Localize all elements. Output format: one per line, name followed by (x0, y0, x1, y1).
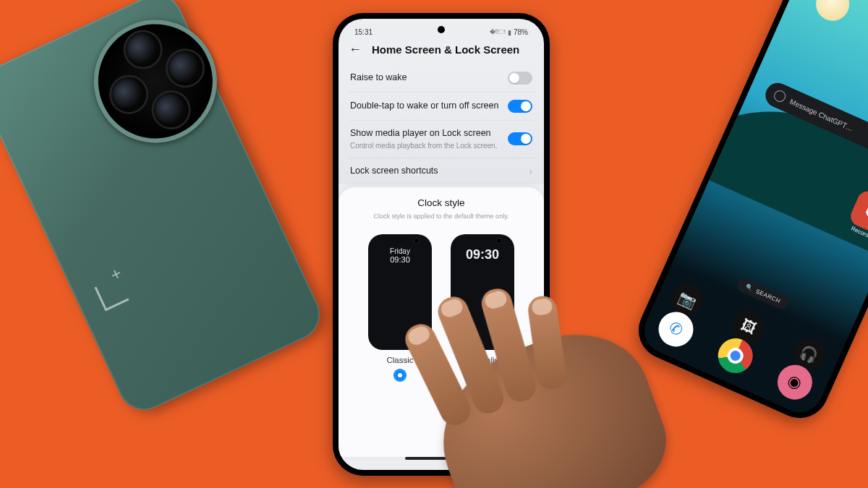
preview-time: 09:30 (466, 247, 499, 262)
toggle-raise-to-wake[interactable] (508, 72, 532, 85)
toggle-media-player[interactable] (508, 132, 532, 145)
search-label: SEARCH (754, 288, 781, 304)
setting-media-player[interactable]: Show media player on Lock screen Control… (349, 120, 534, 158)
setting-lock-shortcuts[interactable]: Lock screen shortcuts › (349, 158, 534, 184)
chevron-right-icon: › (529, 166, 532, 177)
setting-double-tap[interactable]: Double-tap to wake or turn off screen (349, 92, 534, 120)
setting-label: Lock screen shortcuts (350, 166, 438, 177)
camera-lens (120, 27, 166, 73)
camera-module (74, 0, 237, 163)
preview-time: 09:30 (390, 255, 410, 264)
wifi-icon: �ােি (490, 28, 506, 36)
back-button[interactable]: ← (349, 42, 362, 57)
setting-label: Double-tap to wake or turn off screen (350, 100, 498, 112)
status-time: 15:31 (354, 28, 373, 36)
radio-classic[interactable] (395, 370, 405, 380)
battery-percent: 78% (514, 28, 528, 36)
settings-list: Raise to wake Double-tap to wake or turn… (339, 64, 544, 184)
camera-lens (162, 45, 208, 91)
oneplus-phone-back (0, 0, 328, 419)
setting-desc: Control media playback from the Lock scr… (350, 141, 497, 150)
setting-raise-to-wake[interactable]: Raise to wake (349, 64, 534, 92)
preview-notch (414, 239, 419, 243)
wallpaper-moon (811, 0, 855, 26)
setting-label: Raise to wake (350, 72, 407, 84)
camera-lens (106, 72, 152, 118)
toggle-double-tap[interactable] (508, 100, 532, 113)
style-name: Classic (386, 356, 413, 364)
sheet-title: Clock style (417, 197, 464, 208)
signal-icon: ▮ (508, 29, 511, 36)
preview-day: Friday (390, 247, 410, 255)
preview-notch (497, 239, 501, 243)
search-icon: 🔍 (744, 283, 754, 292)
oneplus-logo-icon (95, 277, 129, 312)
right-phone: 𓃰 ⊞Google 🗂My Files ☁Weather ⏺Recorder M… (629, 0, 868, 427)
punch-hole-camera (438, 26, 445, 33)
home-screen: 𓃰 ⊞Google 🗂My Files ☁Weather ⏺Recorder M… (637, 0, 868, 419)
sheet-subtitle: Clock style is applied to the default th… (374, 213, 509, 220)
page-title: Home Screen & Lock Screen (372, 43, 519, 56)
camera-lens (148, 87, 195, 133)
setting-label: Show media player on Lock screen (350, 128, 497, 140)
chatgpt-icon (772, 88, 787, 103)
title-bar: ← Home Screen & Lock Screen (339, 38, 544, 64)
search-button[interactable]: 🔍 SEARCH (735, 277, 791, 312)
